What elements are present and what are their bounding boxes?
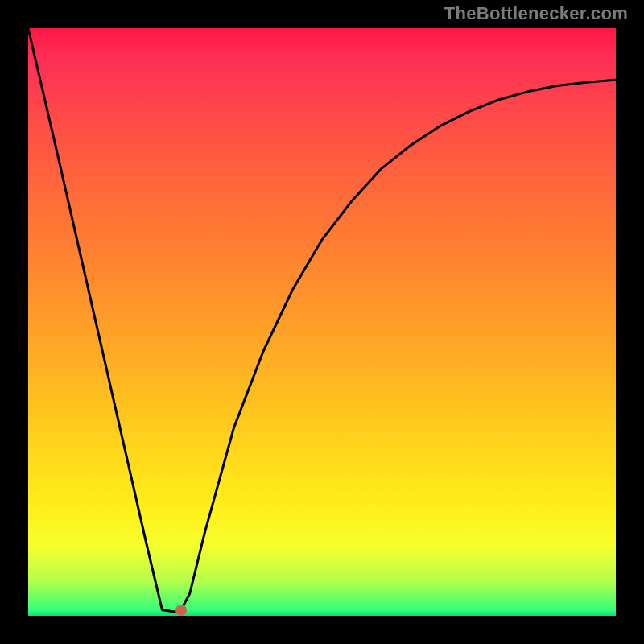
chart-container: TheBottlenecker.com — [0, 0, 644, 644]
attribution-text: TheBottlenecker.com — [444, 3, 628, 24]
curve-path — [28, 28, 616, 612]
plot-area — [28, 28, 616, 616]
minimum-marker — [175, 605, 187, 616]
bottleneck-curve — [28, 28, 616, 616]
